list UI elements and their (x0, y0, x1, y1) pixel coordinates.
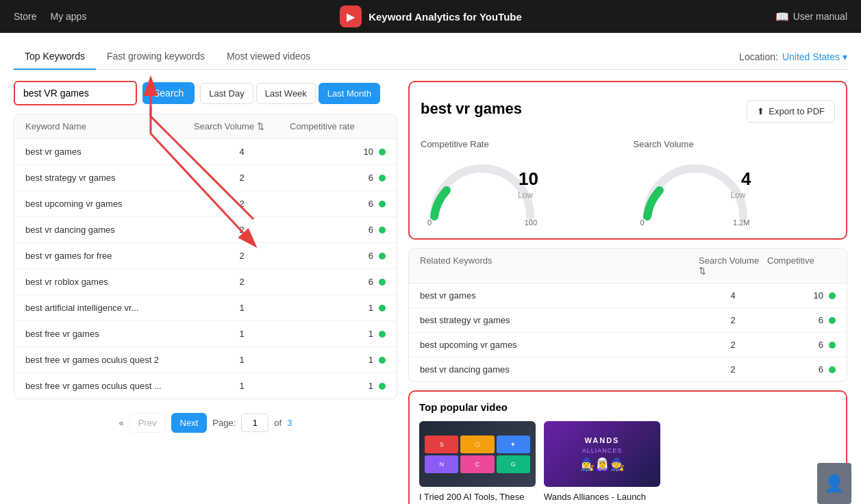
related-sort-icon[interactable]: ⇅ (699, 266, 706, 276)
competitive-rate-card: Competitive Rate 10 Low 0 (421, 139, 623, 227)
top-popular-video-section: Top popular video S ⬡ ✦ N C G (408, 390, 847, 504)
search-volume-label: Search Volume (634, 139, 836, 149)
video-card[interactable]: S ⬡ ✦ N C G 👤 I Tried 200 AI Tool (419, 421, 536, 504)
rate-cell: 1 (290, 329, 386, 339)
volume-gauge-min: 0 (640, 218, 645, 227)
volume-gauge-max: 1.2M (733, 218, 749, 227)
search-volume-sublabel: Low (730, 190, 745, 200)
related-keyword: best vr games (420, 290, 699, 301)
related-volume: 2 (699, 364, 767, 375)
tab-top-keywords[interactable]: Top Keywords (14, 44, 96, 70)
app-brand: ▶ Keyword Analytics for YouTube (103, 5, 758, 27)
search-volume-gauge (634, 155, 757, 223)
location-label: Location: (739, 51, 778, 62)
user-manual-link[interactable]: User manual (793, 11, 847, 22)
rate-dot (379, 279, 386, 286)
video-thumbnail-1: S ⬡ ✦ N C G 👤 (419, 421, 536, 487)
table-row[interactable]: best free vr games oculus quest ... 1 1 (14, 373, 397, 399)
video-section-title: Top popular video (419, 401, 836, 413)
related-row[interactable]: best strategy vr games 2 6 (409, 308, 847, 333)
table-row[interactable]: best free vr games oculus quest 2 1 1 (14, 347, 397, 373)
keyword-detail-card: best vr games ⬆ Export to PDF Competitiv… (408, 81, 847, 240)
of-label: of (274, 418, 282, 428)
tabs-bar: Top Keywords Fast growing keywords Most … (14, 33, 847, 70)
volume-cell: 1 (194, 381, 290, 391)
rate-dot (379, 357, 386, 364)
app-logo: ▶ (340, 5, 362, 27)
table-row[interactable]: best upcoming vr games 2 6 (14, 191, 397, 217)
table-row[interactable]: best vr games 4 10 (14, 139, 397, 165)
related-rate: 6 (767, 315, 836, 325)
keyword-cell: best strategy vr games (25, 173, 194, 183)
related-rate: 6 (767, 364, 836, 375)
volume-cell: 1 (194, 303, 290, 313)
rate-cell: 6 (290, 199, 386, 209)
content-area: Search Last Day Last Week Last Month Key… (14, 81, 847, 504)
location-value[interactable]: United States ▾ (782, 51, 847, 62)
table-row[interactable]: best vr dancing games 2 6 (14, 217, 397, 243)
table-row[interactable]: best artificial intelligence vr... 1 1 (14, 295, 397, 321)
export-pdf-button[interactable]: ⬆ Export to PDF (747, 100, 835, 123)
volume-cell: 1 (194, 329, 290, 339)
rate-cell: 1 (290, 355, 386, 365)
video-title-2: Wands Alliances - Launch Trailer - Out..… (544, 491, 660, 504)
period-last-day[interactable]: Last Day (200, 83, 253, 104)
table-header: Keyword Name Search Volume ⇅ Competitive… (14, 114, 397, 139)
table-row[interactable]: best vr roblox games 2 6 (14, 269, 397, 295)
rate-dot (379, 331, 386, 338)
col-keyword-name: Keyword Name (25, 121, 194, 131)
table-row[interactable]: best free vr games 1 1 (14, 321, 397, 347)
page-label: Page: (212, 418, 236, 428)
search-volume-card: Search Volume 4 Low 0 1.2M (634, 139, 836, 227)
volume-cell: 2 (194, 251, 290, 261)
rate-dot (379, 383, 386, 390)
tabs-left: Top Keywords Fast growing keywords Most … (14, 44, 321, 69)
rate-cell: 10 (290, 147, 386, 157)
rate-dot (829, 342, 836, 349)
search-button[interactable]: Search (142, 82, 195, 104)
keyword-cell: best vr roblox games (25, 277, 194, 287)
video-thumbnail-2: WANDS ALLIANCES 🧙‍♀️🧝‍♀️🧙 (544, 421, 660, 487)
keyword-cell: best vr games for free (25, 251, 194, 261)
top-navigation: Store My apps ▶ Keyword Analytics for Yo… (0, 0, 861, 33)
rate-cell: 1 (290, 381, 386, 391)
chevron-down-icon: ▾ (843, 51, 847, 62)
video-card[interactable]: WANDS ALLIANCES 🧙‍♀️🧝‍♀️🧙 Wands Alliance… (544, 421, 660, 504)
keyword-cell: best free vr games (25, 329, 194, 339)
period-last-month[interactable]: Last Month (319, 83, 380, 104)
related-row[interactable]: best vr games 4 10 (409, 284, 847, 308)
total-pages: 3 (287, 418, 292, 428)
keyword-cell: best free vr games oculus quest ... (25, 381, 194, 391)
keyword-cell: best artificial intelligence vr... (25, 303, 194, 313)
period-last-week[interactable]: Last Week (256, 83, 316, 104)
store-link[interactable]: Store (14, 11, 36, 22)
keyword-cell: best upcoming vr games (25, 199, 194, 209)
related-keyword: best strategy vr games (420, 315, 699, 325)
related-col-competitive: Competitive (767, 255, 836, 276)
related-row[interactable]: best upcoming vr games 2 6 (409, 333, 847, 357)
myapps-link[interactable]: My apps (50, 11, 86, 22)
tab-fast-growing[interactable]: Fast growing keywords (96, 44, 216, 70)
first-page-icon[interactable]: « (119, 418, 124, 428)
gauge-min-label: 0 (427, 218, 432, 227)
next-button[interactable]: Next (171, 413, 208, 433)
right-panel: best vr games ⬆ Export to PDF Competitiv… (408, 81, 847, 504)
rate-cell: 6 (290, 251, 386, 261)
sort-volume-icon[interactable]: ⇅ (257, 121, 264, 131)
related-col-keyword: Related Keywords (420, 255, 699, 276)
table-row[interactable]: best strategy vr games 2 6 (14, 165, 397, 191)
related-row[interactable]: best vr dancing games 2 6 (409, 357, 847, 381)
left-panel: Search Last Day Last Week Last Month Key… (14, 81, 397, 504)
related-keyword: best vr dancing games (420, 364, 699, 375)
tab-most-viewed[interactable]: Most viewed videos (216, 44, 321, 70)
related-keywords-table: Related Keywords Search Volume ⇅ Competi… (408, 248, 847, 382)
nav-right: 📖 User manual (775, 10, 847, 23)
page-input[interactable] (241, 414, 269, 432)
related-rate: 6 (767, 340, 836, 350)
search-input[interactable] (14, 81, 137, 105)
volume-cell: 2 (194, 277, 290, 287)
prev-button[interactable]: Prev (129, 413, 166, 433)
related-volume: 2 (699, 340, 767, 350)
period-buttons: Last Day Last Week Last Month (200, 83, 380, 104)
table-row[interactable]: best vr games for free 2 6 (14, 243, 397, 269)
